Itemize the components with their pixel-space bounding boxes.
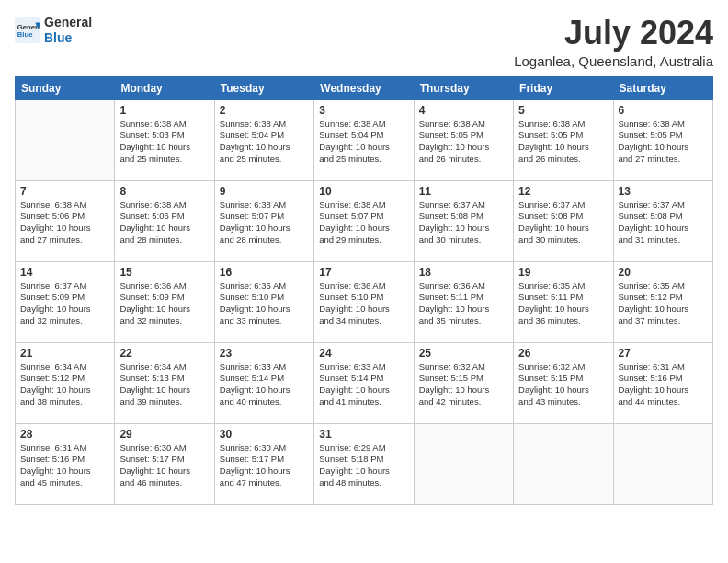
calendar-cell: 14Sunrise: 6:37 AM Sunset: 5:09 PM Dayli…	[16, 261, 115, 342]
day-number: 18	[419, 266, 508, 279]
day-number: 22	[119, 347, 209, 360]
month-year-title: July 2024	[514, 15, 713, 52]
calendar-cell: 30Sunrise: 6:30 AM Sunset: 5:17 PM Dayli…	[214, 423, 313, 504]
calendar-cell: 15Sunrise: 6:36 AM Sunset: 5:09 PM Dayli…	[115, 261, 214, 342]
day-number: 9	[220, 185, 309, 198]
day-number: 21	[20, 347, 109, 360]
day-number: 19	[518, 266, 608, 279]
day-info: Sunrise: 6:35 AM Sunset: 5:11 PM Dayligh…	[518, 281, 608, 327]
day-number: 25	[419, 347, 508, 360]
day-number: 28	[20, 428, 109, 441]
calendar-cell	[613, 423, 712, 504]
day-info: Sunrise: 6:38 AM Sunset: 5:06 PM Dayligh…	[20, 200, 109, 247]
calendar-cell	[16, 99, 115, 180]
day-number: 20	[619, 266, 708, 279]
column-header-wednesday: Wednesday	[314, 76, 414, 99]
calendar-week-row: 21Sunrise: 6:34 AM Sunset: 5:12 PM Dayli…	[16, 342, 713, 423]
day-info: Sunrise: 6:35 AM Sunset: 5:12 PM Dayligh…	[619, 281, 708, 327]
column-header-monday: Monday	[115, 76, 214, 99]
day-number: 26	[518, 347, 608, 360]
day-number: 12	[518, 185, 608, 198]
calendar-week-row: 14Sunrise: 6:37 AM Sunset: 5:09 PM Dayli…	[16, 261, 713, 342]
day-info: Sunrise: 6:36 AM Sunset: 5:11 PM Dayligh…	[419, 281, 508, 327]
day-info: Sunrise: 6:37 AM Sunset: 5:08 PM Dayligh…	[419, 200, 508, 247]
calendar-cell: 21Sunrise: 6:34 AM Sunset: 5:12 PM Dayli…	[16, 342, 115, 423]
day-number: 11	[419, 185, 508, 198]
calendar-cell: 24Sunrise: 6:33 AM Sunset: 5:14 PM Dayli…	[314, 342, 414, 423]
location-subtitle: Loganlea, Queensland, Australia	[514, 53, 713, 69]
day-number: 5	[518, 104, 608, 117]
calendar-cell: 4Sunrise: 6:38 AM Sunset: 5:05 PM Daylig…	[414, 99, 513, 180]
day-number: 4	[419, 104, 508, 117]
day-number: 23	[220, 347, 309, 360]
column-header-tuesday: Tuesday	[214, 76, 313, 99]
day-number: 24	[319, 347, 408, 360]
column-header-friday: Friday	[514, 76, 613, 99]
calendar-cell	[414, 423, 513, 504]
calendar-cell	[514, 423, 613, 504]
calendar-cell: 29Sunrise: 6:30 AM Sunset: 5:17 PM Dayli…	[115, 423, 214, 504]
day-number: 30	[220, 428, 309, 441]
day-number: 31	[319, 428, 408, 441]
day-info: Sunrise: 6:38 AM Sunset: 5:05 PM Dayligh…	[419, 119, 508, 166]
calendar-cell: 22Sunrise: 6:34 AM Sunset: 5:13 PM Dayli…	[115, 342, 214, 423]
calendar-header-row: SundayMondayTuesdayWednesdayThursdayFrid…	[16, 76, 713, 99]
calendar-cell: 7Sunrise: 6:38 AM Sunset: 5:06 PM Daylig…	[16, 180, 115, 261]
column-header-saturday: Saturday	[613, 76, 712, 99]
day-number: 2	[220, 104, 309, 117]
calendar-cell: 17Sunrise: 6:36 AM Sunset: 5:10 PM Dayli…	[314, 261, 414, 342]
calendar-cell: 20Sunrise: 6:35 AM Sunset: 5:12 PM Dayli…	[613, 261, 712, 342]
day-info: Sunrise: 6:38 AM Sunset: 5:07 PM Dayligh…	[220, 200, 309, 247]
day-info: Sunrise: 6:38 AM Sunset: 5:03 PM Dayligh…	[119, 119, 209, 166]
day-number: 17	[319, 266, 408, 279]
day-number: 1	[119, 104, 209, 117]
day-number: 29	[119, 428, 209, 441]
column-header-sunday: Sunday	[16, 76, 115, 99]
day-number: 14	[20, 266, 109, 279]
day-info: Sunrise: 6:36 AM Sunset: 5:10 PM Dayligh…	[220, 281, 309, 327]
page-header: General Blue General Blue July 2024 Loga…	[15, 15, 713, 69]
day-info: Sunrise: 6:32 AM Sunset: 5:15 PM Dayligh…	[419, 362, 508, 408]
day-info: Sunrise: 6:29 AM Sunset: 5:18 PM Dayligh…	[319, 442, 408, 489]
day-info: Sunrise: 6:34 AM Sunset: 5:12 PM Dayligh…	[20, 362, 109, 408]
calendar-cell: 26Sunrise: 6:32 AM Sunset: 5:15 PM Dayli…	[514, 342, 613, 423]
day-number: 27	[619, 347, 708, 360]
calendar-week-row: 7Sunrise: 6:38 AM Sunset: 5:06 PM Daylig…	[16, 180, 713, 261]
calendar-week-row: 28Sunrise: 6:31 AM Sunset: 5:16 PM Dayli…	[16, 423, 713, 504]
calendar-cell: 12Sunrise: 6:37 AM Sunset: 5:08 PM Dayli…	[514, 180, 613, 261]
day-number: 6	[619, 104, 708, 117]
logo: General Blue General Blue	[15, 15, 92, 46]
day-info: Sunrise: 6:37 AM Sunset: 5:09 PM Dayligh…	[20, 281, 109, 327]
logo-icon: General Blue	[15, 17, 40, 43]
day-info: Sunrise: 6:32 AM Sunset: 5:15 PM Dayligh…	[518, 362, 608, 408]
day-number: 8	[119, 185, 209, 198]
calendar-cell: 27Sunrise: 6:31 AM Sunset: 5:16 PM Dayli…	[613, 342, 712, 423]
title-block: July 2024 Loganlea, Queensland, Australi…	[514, 15, 713, 69]
day-info: Sunrise: 6:36 AM Sunset: 5:09 PM Dayligh…	[119, 281, 209, 327]
calendar-cell: 19Sunrise: 6:35 AM Sunset: 5:11 PM Dayli…	[514, 261, 613, 342]
day-info: Sunrise: 6:30 AM Sunset: 5:17 PM Dayligh…	[220, 442, 309, 489]
calendar-cell: 9Sunrise: 6:38 AM Sunset: 5:07 PM Daylig…	[214, 180, 313, 261]
day-info: Sunrise: 6:36 AM Sunset: 5:10 PM Dayligh…	[319, 281, 408, 327]
day-number: 3	[319, 104, 408, 117]
calendar-cell: 25Sunrise: 6:32 AM Sunset: 5:15 PM Dayli…	[414, 342, 513, 423]
day-info: Sunrise: 6:38 AM Sunset: 5:04 PM Dayligh…	[319, 119, 408, 166]
day-info: Sunrise: 6:34 AM Sunset: 5:13 PM Dayligh…	[119, 362, 209, 408]
calendar-table: SundayMondayTuesdayWednesdayThursdayFrid…	[15, 76, 713, 505]
calendar-cell: 1Sunrise: 6:38 AM Sunset: 5:03 PM Daylig…	[115, 99, 214, 180]
svg-text:Blue: Blue	[17, 30, 33, 39]
day-info: Sunrise: 6:31 AM Sunset: 5:16 PM Dayligh…	[20, 442, 109, 489]
day-info: Sunrise: 6:31 AM Sunset: 5:16 PM Dayligh…	[619, 362, 708, 408]
day-number: 13	[619, 185, 708, 198]
day-number: 7	[20, 185, 109, 198]
calendar-cell: 5Sunrise: 6:38 AM Sunset: 5:05 PM Daylig…	[514, 99, 613, 180]
calendar-cell: 6Sunrise: 6:38 AM Sunset: 5:05 PM Daylig…	[613, 99, 712, 180]
day-info: Sunrise: 6:37 AM Sunset: 5:08 PM Dayligh…	[518, 200, 608, 247]
day-info: Sunrise: 6:37 AM Sunset: 5:08 PM Dayligh…	[619, 200, 708, 247]
day-info: Sunrise: 6:38 AM Sunset: 5:05 PM Dayligh…	[518, 119, 608, 166]
day-info: Sunrise: 6:38 AM Sunset: 5:04 PM Dayligh…	[220, 119, 309, 166]
calendar-cell: 10Sunrise: 6:38 AM Sunset: 5:07 PM Dayli…	[314, 180, 414, 261]
day-number: 15	[119, 266, 209, 279]
calendar-week-row: 1Sunrise: 6:38 AM Sunset: 5:03 PM Daylig…	[16, 99, 713, 180]
day-info: Sunrise: 6:38 AM Sunset: 5:05 PM Dayligh…	[619, 119, 708, 166]
